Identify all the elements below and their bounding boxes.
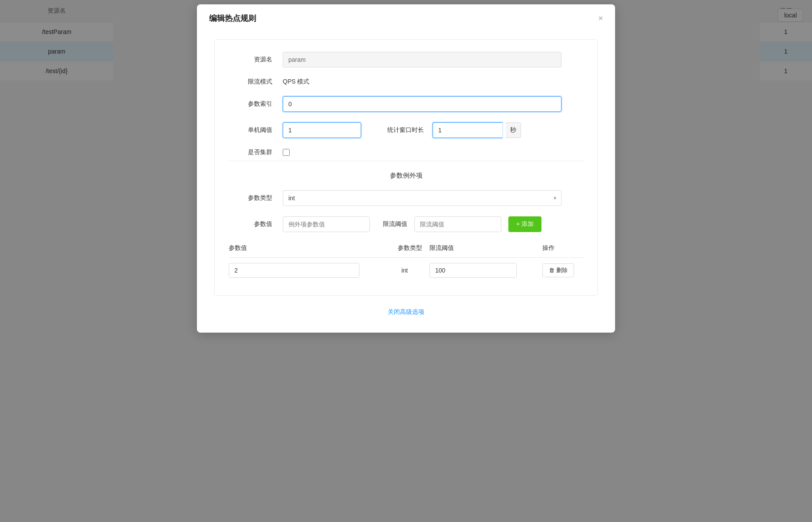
window-input[interactable] <box>433 122 502 138</box>
cell-action: 🗑 删除 <box>542 258 583 283</box>
param-index-input[interactable] <box>283 96 562 112</box>
edit-hotspot-modal: 编辑热点规则 × 资源名 限流模式 QPS 模式 参数索引 <box>197 4 615 333</box>
limit-mode-value: QPS 模式 <box>283 78 309 86</box>
col-throttle: 限流阈值 <box>430 241 542 258</box>
throttle-label: 限流阈值 <box>383 220 407 228</box>
resource-name-label: 资源名 <box>229 56 272 64</box>
resource-name-row: 资源名 <box>229 52 583 67</box>
close-advanced-section: 关闭高级选项 <box>214 308 598 320</box>
param-index-row: 参数索引 <box>229 96 583 112</box>
exception-add-row: 参数值 限流阈值 + 添加 <box>229 216 583 232</box>
window-label: 统计窗口时长 <box>387 126 424 134</box>
table-param-type-value: int <box>401 267 408 274</box>
delete-button[interactable]: 🗑 删除 <box>542 263 574 277</box>
modal-header: 编辑热点规则 × <box>197 4 615 30</box>
param-type-row: 参数类型 int long double String boolean ▾ <box>229 190 583 206</box>
throttle-cell-value: 100 <box>430 263 517 278</box>
resource-name-input[interactable] <box>283 52 562 67</box>
exception-table: 参数值 参数类型 限流阈值 操作 2 int <box>229 241 583 283</box>
param-value-label: 参数值 <box>229 220 272 228</box>
table-row: 2 int 100 🗑 删除 <box>229 258 583 283</box>
col-param-type: 参数类型 <box>398 241 430 258</box>
close-button[interactable]: × <box>598 14 603 22</box>
form-card: 资源名 限流模式 QPS 模式 参数索引 单机阈值 <box>214 39 598 296</box>
exception-section-title: 参数例外项 <box>229 172 583 180</box>
cluster-checkbox[interactable] <box>283 149 290 156</box>
section-divider <box>229 161 583 161</box>
cell-throttle: 100 <box>430 258 542 283</box>
param-type-label: 参数类型 <box>229 194 272 202</box>
param-value-cell-value: 2 <box>229 263 359 278</box>
modal-body: 资源名 限流模式 QPS 模式 参数索引 单机阈值 <box>197 30 615 333</box>
col-param-value: 参数值 <box>229 241 398 258</box>
cluster-label: 是否集群 <box>229 148 272 156</box>
add-button[interactable]: + 添加 <box>508 216 541 232</box>
param-type-select-wrapper: int long double String boolean ▾ <box>283 190 562 206</box>
single-threshold-label: 单机阈值 <box>229 126 272 134</box>
param-index-label: 参数索引 <box>229 100 272 108</box>
threshold-window-row: 单机阈值 统计窗口时长 秒 <box>229 122 583 138</box>
modal-title: 编辑热点规则 <box>209 13 256 24</box>
window-input-group: 秒 <box>433 122 521 138</box>
window-unit: 秒 <box>506 122 521 138</box>
param-type-select[interactable]: int long double String boolean <box>283 190 562 206</box>
cluster-row: 是否集群 <box>229 148 583 156</box>
cell-param-type: int <box>398 258 430 283</box>
col-action: 操作 <box>542 241 583 258</box>
modal-overlay: 编辑热点规则 × 资源名 限流模式 QPS 模式 参数索引 <box>0 0 812 522</box>
close-advanced-link[interactable]: 关闭高级选项 <box>388 308 424 315</box>
single-threshold-input[interactable] <box>283 122 361 138</box>
limit-mode-row: 限流模式 QPS 模式 <box>229 78 583 86</box>
throttle-input[interactable] <box>414 216 501 232</box>
limit-mode-label: 限流模式 <box>229 78 272 86</box>
exception-table-header: 参数值 参数类型 限流阈值 操作 <box>229 241 583 258</box>
cell-param-value: 2 <box>229 258 398 283</box>
param-value-input[interactable] <box>283 216 370 232</box>
